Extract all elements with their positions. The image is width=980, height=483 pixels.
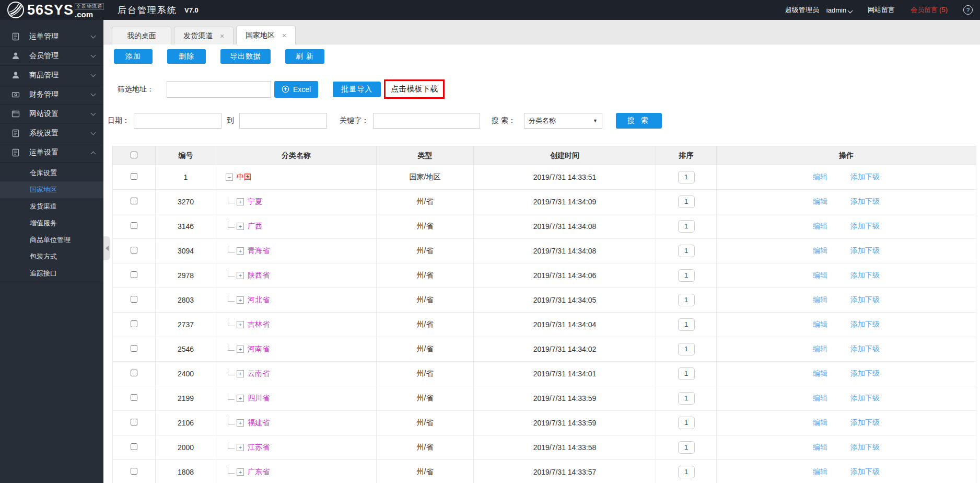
add-child-link[interactable]: 添加下级 <box>850 295 880 304</box>
edit-link[interactable]: 编辑 <box>813 344 827 353</box>
add-child-link[interactable]: 添加下级 <box>850 271 880 279</box>
sidebar-subitem-country-region[interactable]: 国家地区 <box>0 181 103 198</box>
row-checkbox[interactable] <box>131 320 137 327</box>
sidebar-item-member-manage[interactable]: 会员管理 <box>0 47 103 66</box>
region-name-link[interactable]: 中国 <box>237 172 251 182</box>
sidebar-subitem-packing-method[interactable]: 包装方式 <box>0 248 103 265</box>
tree-expand-icon[interactable]: + <box>237 444 244 451</box>
tree-collapse-icon[interactable]: − <box>226 174 233 181</box>
batch-import-button[interactable]: 批量导入 <box>333 82 381 97</box>
edit-link[interactable]: 编辑 <box>813 418 827 427</box>
row-checkbox[interactable] <box>131 198 137 204</box>
sidebar-item-system-settings[interactable]: 系统设置 <box>0 124 103 143</box>
row-checkbox[interactable] <box>131 345 137 352</box>
tree-expand-icon[interactable]: + <box>237 296 244 304</box>
date-to-input[interactable] <box>239 113 327 129</box>
excel-button[interactable]: Excel <box>274 81 318 98</box>
row-checkbox[interactable] <box>131 443 137 450</box>
tree-expand-icon[interactable]: + <box>237 419 244 427</box>
sort-order-box[interactable]: 1 <box>678 441 695 454</box>
region-name-link[interactable]: 广东省 <box>248 467 270 477</box>
tree-expand-icon[interactable]: + <box>237 346 244 353</box>
sort-order-box[interactable]: 1 <box>678 171 695 183</box>
tree-expand-icon[interactable]: + <box>237 247 244 255</box>
sidebar-item-waybill-settings[interactable]: 运单设置 <box>0 143 103 163</box>
edit-link[interactable]: 编辑 <box>813 271 827 279</box>
edit-link[interactable]: 编辑 <box>813 394 827 402</box>
tab-shipping-channel[interactable]: 发货渠道× <box>174 27 234 44</box>
region-name-link[interactable]: 吉林省 <box>248 320 270 329</box>
add-child-link[interactable]: 添加下级 <box>850 443 880 451</box>
keyword-input[interactable] <box>373 113 480 129</box>
sidebar-subitem-tracking-api[interactable]: 追踪接口 <box>0 265 103 282</box>
close-tab-icon[interactable]: × <box>220 32 224 40</box>
region-name-link[interactable]: 福建省 <box>248 418 270 428</box>
edit-link[interactable]: 编辑 <box>813 172 827 181</box>
add-child-link[interactable]: 添加下级 <box>850 197 880 205</box>
sort-order-box[interactable]: 1 <box>678 220 695 233</box>
sidebar-subitem-goods-unit[interactable]: 商品单位管理 <box>0 232 103 248</box>
tree-expand-icon[interactable]: + <box>237 395 244 402</box>
add-child-link[interactable]: 添加下级 <box>850 172 880 181</box>
tab-country-region[interactable]: 国家地区× <box>236 26 296 44</box>
search-type-select[interactable]: 分类名称 ▼ <box>524 113 602 129</box>
add-child-link[interactable]: 添加下级 <box>850 418 880 427</box>
sort-order-box[interactable]: 1 <box>678 343 695 355</box>
add-child-link[interactable]: 添加下级 <box>850 369 880 377</box>
edit-link[interactable]: 编辑 <box>813 222 827 230</box>
add-child-link[interactable]: 添加下级 <box>850 320 880 328</box>
edit-link[interactable]: 编辑 <box>813 246 827 255</box>
template-download-link[interactable]: 点击模板下载 <box>384 79 445 99</box>
edit-link[interactable]: 编辑 <box>813 369 827 377</box>
row-checkbox[interactable] <box>131 296 137 303</box>
add-child-link[interactable]: 添加下级 <box>850 344 880 353</box>
delete-button[interactable]: 删除 <box>167 49 206 64</box>
search-button[interactable]: 搜 索 <box>616 113 662 129</box>
export-data-button[interactable]: 导出数据 <box>220 49 271 64</box>
site-messages-link[interactable]: 网站留言 <box>868 5 895 15</box>
user-menu[interactable]: iadmin <box>826 6 852 14</box>
row-checkbox[interactable] <box>131 394 137 401</box>
region-name-link[interactable]: 青海省 <box>248 246 270 256</box>
sort-order-box[interactable]: 1 <box>678 417 695 429</box>
edit-link[interactable]: 编辑 <box>813 443 827 451</box>
refresh-button[interactable]: 刷 新 <box>285 49 324 64</box>
region-name-link[interactable]: 云南省 <box>248 369 270 378</box>
tree-expand-icon[interactable]: + <box>237 223 244 230</box>
tree-expand-icon[interactable]: + <box>237 468 244 476</box>
row-checkbox[interactable] <box>131 468 137 475</box>
tree-expand-icon[interactable]: + <box>237 370 244 377</box>
add-child-link[interactable]: 添加下级 <box>850 246 880 255</box>
tree-expand-icon[interactable]: + <box>237 198 244 205</box>
sidebar-item-finance-manage[interactable]: 财务管理 <box>0 85 103 105</box>
row-checkbox[interactable] <box>131 419 137 426</box>
region-name-link[interactable]: 陕西省 <box>248 271 270 280</box>
add-child-link[interactable]: 添加下级 <box>850 222 880 230</box>
edit-link[interactable]: 编辑 <box>813 295 827 304</box>
date-from-input[interactable] <box>134 113 221 129</box>
sidebar-item-site-settings[interactable]: 网站设置 <box>0 105 103 124</box>
address-filter-input[interactable] <box>167 81 271 98</box>
add-child-link[interactable]: 添加下级 <box>850 467 880 476</box>
sort-order-box[interactable]: 1 <box>678 318 695 331</box>
region-name-link[interactable]: 河南省 <box>248 344 270 354</box>
sort-order-box[interactable]: 1 <box>678 245 695 257</box>
select-all-checkbox[interactable] <box>131 152 137 158</box>
region-name-link[interactable]: 广西 <box>248 222 262 231</box>
sort-order-box[interactable]: 1 <box>678 294 695 306</box>
tree-expand-icon[interactable]: + <box>237 321 244 328</box>
sidebar-item-waybill-manage[interactable]: 运单管理 <box>0 27 103 47</box>
sidebar-collapse-handle[interactable] <box>103 236 110 260</box>
sort-order-box[interactable]: 1 <box>678 367 695 380</box>
sidebar-item-goods-manage[interactable]: 商品管理 <box>0 66 103 85</box>
add-button[interactable]: 添加 <box>114 49 153 64</box>
edit-link[interactable]: 编辑 <box>813 197 827 205</box>
tree-expand-icon[interactable]: + <box>237 272 244 279</box>
tab-my-desktop[interactable]: 我的桌面 <box>112 27 171 44</box>
region-name-link[interactable]: 江苏省 <box>248 443 270 452</box>
region-name-link[interactable]: 宁夏 <box>248 197 262 206</box>
sort-order-box[interactable]: 1 <box>678 196 695 208</box>
edit-link[interactable]: 编辑 <box>813 467 827 476</box>
region-name-link[interactable]: 四川省 <box>248 394 270 403</box>
region-name-link[interactable]: 河北省 <box>248 295 270 305</box>
